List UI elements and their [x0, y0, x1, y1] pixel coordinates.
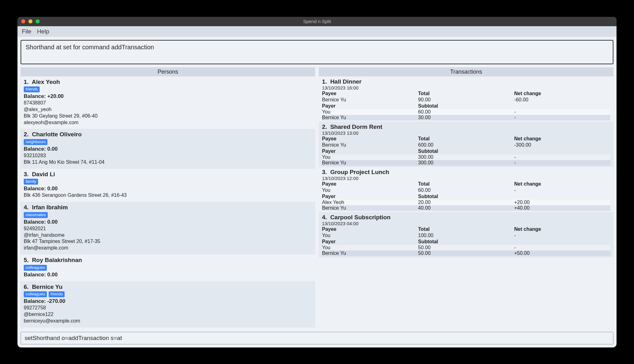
window-title: Spend n Split	[303, 19, 331, 24]
transaction-payer-row: You60.00-	[322, 109, 610, 115]
person-title: 2. Charlotte Oliveiro	[24, 131, 312, 138]
person-address: Blk 436 Serangoon Gardens Street 26, #16…	[24, 192, 312, 199]
transactions-list[interactable]: 1. Hall Dinner13/10/2023 16:00PayeeTotal…	[319, 76, 613, 329]
transaction-payee-header: PayeeTotalNet change	[322, 181, 610, 187]
person-item[interactable]: 6. Bernice YucolleaguesfriendsBalance: -…	[21, 281, 315, 328]
transaction-payee-row: Bernice Yu90.00-60.00	[322, 97, 610, 103]
payer-net: -	[514, 245, 610, 250]
payee-net: -300.00	[514, 142, 610, 148]
transaction-payer-row: You50.00-	[322, 245, 610, 250]
payer-subtotal: 300.00	[418, 154, 514, 160]
command-input[interactable]	[21, 332, 613, 344]
payer-net: -	[514, 109, 610, 115]
panels: Persons 1. Alex YeohfriendsBalance: +20.…	[21, 67, 613, 329]
tag: colleagues	[24, 291, 47, 297]
person-title: 5. Roy Balakrishnan	[24, 256, 312, 264]
person-tags: neighbours	[24, 139, 312, 145]
person-item[interactable]: 2. Charlotte OliveironeighboursBalance: …	[21, 129, 315, 168]
label-payee: Payee	[322, 90, 418, 97]
transaction-date: 13/10/2023 12:00	[322, 176, 610, 181]
payer-subtotal: 30.00	[418, 115, 514, 120]
person-handle: @irfan_handsome	[24, 232, 312, 239]
payee-total: 60.00	[418, 187, 514, 193]
label-payer: Payer	[322, 148, 418, 154]
person-item[interactable]: 3. David LifamilyBalance: 0.00Blk 436 Se…	[21, 169, 315, 202]
person-balance: Balance: +20.00	[24, 93, 312, 100]
titlebar: Spend n Split	[17, 17, 617, 26]
payee-total: 90.00	[418, 97, 514, 103]
person-title: 6. Bernice Yu	[24, 283, 312, 291]
label-net-change: Net change	[514, 136, 610, 142]
label-subtotal: Subtotal	[418, 193, 514, 200]
transaction-date: 13/10/2023 04:00	[322, 221, 610, 226]
transaction-payer-header: PayerSubtotal	[322, 193, 610, 200]
maximize-window-button[interactable]	[36, 19, 40, 23]
transaction-item[interactable]: 2. Shared Dorm Rent13/10/2023 13:00Payee…	[319, 122, 613, 167]
payer-name: You	[322, 245, 418, 250]
label-subtotal: Subtotal	[418, 148, 514, 154]
persons-header: Persons	[21, 67, 315, 76]
transaction-payee-header: PayeeTotalNet change	[322, 226, 610, 232]
person-item[interactable]: 5. Roy BalakrishnancolleaguesBalance: 0.…	[21, 255, 315, 281]
payer-name: You	[322, 154, 418, 160]
transaction-title: 1. Hall Dinner	[322, 78, 610, 85]
transaction-item[interactable]: 3. Group Project Lunch13/10/2023 12:00Pa…	[319, 167, 613, 212]
payer-net: -	[514, 154, 610, 160]
transaction-payer-row: Bernice Yu300.00-	[322, 160, 610, 166]
transaction-item[interactable]: 1. Hall Dinner13/10/2023 16:00PayeeTotal…	[319, 76, 613, 122]
transaction-title: 4. Carpool Subscription	[322, 214, 610, 221]
payee-total: 600.00	[418, 142, 514, 148]
person-title: 4. Irfan Ibrahim	[24, 204, 312, 211]
tag: friends	[49, 291, 65, 297]
menu-file[interactable]: File	[22, 28, 32, 35]
person-phone: 87438807	[24, 100, 312, 106]
transactions-panel: Transactions 1. Hall Dinner13/10/2023 16…	[319, 67, 613, 329]
payer-name: Alex Yeoh	[322, 200, 418, 205]
transaction-payee-row: You60.00-	[322, 187, 610, 193]
label-payee: Payee	[322, 226, 418, 232]
transaction-payee-row: You100.00-	[322, 232, 610, 239]
payer-name: Bernice Yu	[322, 205, 418, 211]
persons-list[interactable]: 1. Alex YeohfriendsBalance: +20.00874388…	[21, 76, 315, 329]
label-payee: Payee	[322, 136, 418, 142]
payer-subtotal: 20.00	[418, 200, 514, 205]
tag: family	[24, 179, 38, 185]
label-payer: Payer	[322, 103, 418, 109]
person-balance: Balance: -270.00	[24, 298, 312, 305]
payer-net: -	[514, 115, 610, 120]
transaction-payer-row: Bernice Yu30.00-	[322, 115, 610, 120]
close-window-button[interactable]	[21, 19, 25, 23]
content-area: Shorthand at set for command addTransact…	[17, 37, 617, 347]
label-payee: Payee	[322, 181, 418, 187]
person-address: Blk 11 Ang Mo Kio Street 74, #11-04	[24, 159, 312, 166]
tag: neighbours	[24, 139, 47, 145]
app-window: Spend n Split File Help Shorthand at set…	[17, 17, 617, 347]
person-phone: 93210283	[24, 153, 312, 159]
transaction-payee-header: PayeeTotalNet change	[322, 90, 610, 97]
person-tags: classmates	[24, 212, 312, 218]
person-tags: friends	[24, 86, 312, 92]
transaction-title: 2. Shared Dorm Rent	[322, 124, 610, 130]
payer-subtotal: 50.00	[418, 245, 514, 250]
result-display: Shorthand at set for command addTransact…	[21, 40, 613, 64]
person-phone: 99272758	[24, 305, 312, 311]
person-tags: colleaguesfriends	[24, 291, 312, 297]
label-total: Total	[418, 226, 514, 232]
minimize-window-button[interactable]	[28, 19, 32, 23]
payer-name: Bernice Yu	[322, 250, 418, 256]
menu-help[interactable]: Help	[37, 28, 49, 35]
person-email: berniceyu@example.com	[24, 318, 312, 324]
transactions-header: Transactions	[319, 67, 613, 76]
person-item[interactable]: 1. Alex YeohfriendsBalance: +20.00874388…	[21, 76, 315, 129]
payer-name: You	[322, 109, 418, 115]
label-total: Total	[418, 90, 514, 97]
label-total: Total	[418, 136, 514, 142]
transaction-payer-header: PayerSubtotal	[322, 148, 610, 154]
menubar: File Help	[17, 26, 617, 37]
person-item[interactable]: 4. Irfan IbrahimclassmatesBalance: 0.009…	[21, 202, 315, 255]
transaction-date: 13/10/2023 16:00	[322, 85, 610, 90]
person-balance: Balance: 0.00	[24, 219, 312, 226]
payer-net: +20.00	[514, 200, 610, 205]
person-handle: @bernice122	[24, 311, 312, 318]
transaction-item[interactable]: 4. Carpool Subscription13/10/2023 04:00P…	[319, 212, 613, 257]
